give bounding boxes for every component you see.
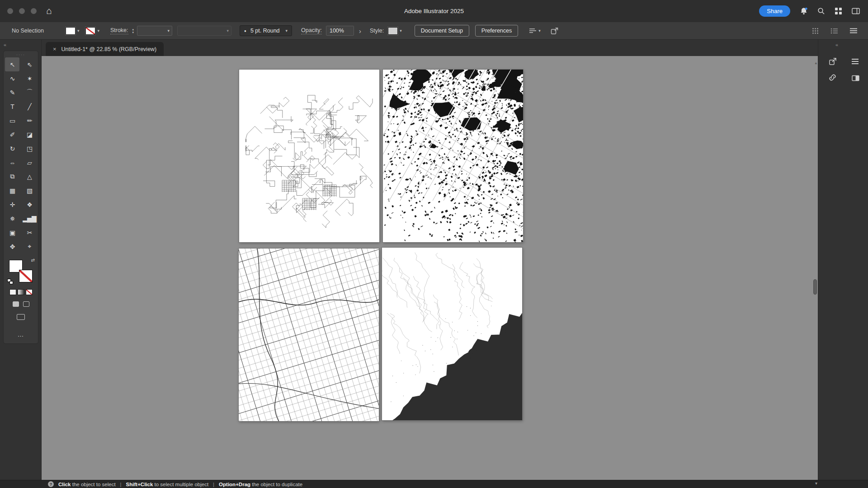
document-tab[interactable]: × Untitled-1* @ 22.85 % (RGB/Preview) <box>46 42 164 56</box>
default-fill-stroke-icon[interactable] <box>7 279 13 284</box>
window-zoom-button[interactable] <box>31 8 37 14</box>
brush-definition-combo[interactable]: ● 5 pt. Round ▾ <box>240 25 292 36</box>
stepper-down-icon[interactable]: ▾ <box>132 31 134 34</box>
stroke-color-swatch[interactable] <box>85 27 95 35</box>
window-controls[interactable] <box>7 8 37 14</box>
canvas[interactable]: ▴ <box>42 56 818 480</box>
opacity-field[interactable]: 100% <box>326 26 354 36</box>
scrollbar-up-icon[interactable]: ▴ <box>815 61 817 65</box>
tool-lasso[interactable]: ⌒ <box>22 85 37 99</box>
status-hints: Click the object to select|Shift+Click t… <box>58 482 311 487</box>
artboard-coastline-rivers-map[interactable] <box>382 248 522 420</box>
tool-shape-builder[interactable]: ⧉ <box>5 169 19 183</box>
tool-artboard[interactable]: ▣ <box>5 225 19 239</box>
artboard-building-footprint-map[interactable] <box>383 70 523 242</box>
building-footprint-graphic <box>383 70 523 242</box>
preferences-button[interactable]: Preferences <box>475 25 518 37</box>
stroke-weight-label[interactable]: Stroke: <box>110 27 128 34</box>
tool-type[interactable]: T <box>5 99 19 113</box>
tool-rotate[interactable]: ↻ <box>5 141 19 155</box>
tool-zoom[interactable]: ⌖ <box>22 239 37 253</box>
fill-color-swatch[interactable] <box>66 27 75 35</box>
tool-scale[interactable]: ◳ <box>22 141 37 155</box>
panels-layout-icon[interactable] <box>852 8 860 14</box>
tool-rectangle[interactable]: ▭ <box>5 113 19 127</box>
vertical-scrollbar-thumb[interactable] <box>813 279 817 295</box>
combo-chevron-icon[interactable]: ▾ <box>168 28 170 33</box>
tool-line-segment[interactable]: ╱ <box>22 99 37 113</box>
tool-pen[interactable]: ✎ <box>5 85 19 99</box>
artboard-sparse-road-network-map[interactable] <box>239 70 379 242</box>
draw-normal-icon[interactable] <box>13 301 19 307</box>
tool-eyedropper[interactable]: ✛ <box>5 197 19 211</box>
screen-mode-icon[interactable] <box>17 314 25 320</box>
toolbar-collapse-icon[interactable]: « <box>4 42 6 47</box>
app-title: Adobe Illustrator 2025 <box>404 0 464 22</box>
combo-chevron-icon: ▾ <box>227 28 229 33</box>
tool-mesh[interactable]: ▦ <box>5 183 19 197</box>
tool-gradient[interactable]: ▧ <box>22 183 37 197</box>
stroke-dropdown-chevron-icon[interactable]: ▾ <box>97 28 99 33</box>
tool-free-transform[interactable]: ▱ <box>22 155 37 169</box>
search-icon[interactable] <box>817 7 825 15</box>
align-options-control[interactable]: ▾ <box>529 28 541 34</box>
export-panel-icon[interactable] <box>828 57 837 66</box>
coastline-rivers-graphic <box>382 248 522 420</box>
fill-dropdown-chevron-icon[interactable]: ▾ <box>77 28 80 33</box>
style-dropdown-chevron-icon[interactable]: ▾ <box>400 28 402 33</box>
artboard-street-grid-map[interactable] <box>239 249 379 421</box>
color-mode-button[interactable] <box>9 289 16 295</box>
tool-hand[interactable]: ✥ <box>5 239 19 253</box>
gradient-mode-button[interactable] <box>18 289 24 295</box>
paint-mode-row <box>4 289 38 295</box>
none-mode-button[interactable] <box>26 289 33 295</box>
libraries-link-icon[interactable] <box>828 73 837 82</box>
stroke-weight-combo[interactable]: ▾ <box>137 26 172 36</box>
combo-chevron-icon[interactable]: ▾ <box>286 28 288 33</box>
document-setup-button[interactable]: Document Setup <box>415 25 469 37</box>
panel-collapse-icon[interactable]: « <box>835 42 838 47</box>
tool-slice[interactable]: ✂ <box>22 225 37 239</box>
edit-toolbar-ellipsis-icon[interactable]: … <box>4 331 38 338</box>
draw-behind-icon[interactable] <box>23 301 29 307</box>
stroke-indicator-swatch[interactable] <box>19 270 33 282</box>
tool-curvature[interactable]: ∿ <box>5 71 19 85</box>
toolbar-grip-handle[interactable]: ···· <box>4 53 38 56</box>
home-icon[interactable]: ⌂ <box>46 5 52 17</box>
stroke-weight-stepper[interactable]: ▴ ▾ <box>132 28 134 34</box>
tool-eraser[interactable]: ◪ <box>22 127 37 141</box>
tool-column-graph[interactable]: ▂▅▇ <box>22 211 37 225</box>
workspace-grid-icon[interactable] <box>812 28 819 34</box>
arrange-icon[interactable] <box>551 27 559 35</box>
tool-width[interactable]: ⇔ <box>5 155 19 169</box>
brush-dot-icon: ● <box>244 29 246 33</box>
panel-split-view-icon[interactable] <box>852 75 859 81</box>
tool-magic-wand[interactable]: ✶ <box>22 71 37 85</box>
tool-paintbrush[interactable]: ✏ <box>22 113 37 127</box>
notifications-bell-icon[interactable] <box>800 7 808 15</box>
opacity-label[interactable]: Opacity: <box>301 27 322 34</box>
app-switcher-grid-icon[interactable] <box>835 7 842 15</box>
window-minimize-button[interactable] <box>19 8 25 14</box>
menu-icon[interactable] <box>850 28 857 33</box>
share-button[interactable]: Share <box>759 5 790 17</box>
style-swatch[interactable] <box>388 27 398 35</box>
panel-menu-icon[interactable] <box>852 59 859 64</box>
tab-close-icon[interactable]: × <box>53 46 57 52</box>
tool-perspective-grid[interactable]: △ <box>22 169 37 183</box>
stepper-up-icon[interactable]: ▴ <box>132 28 134 31</box>
panel-options-icon[interactable] <box>830 28 838 34</box>
align-chevron-icon[interactable]: ▾ <box>538 28 541 33</box>
tool-shaper[interactable]: ✐ <box>5 127 19 141</box>
tool-symbol-sprayer[interactable]: ✵ <box>5 211 19 225</box>
tool-selection[interactable]: ↖ <box>5 57 19 71</box>
status-expand-chevron-icon[interactable]: ▾ <box>815 481 817 486</box>
tool-direct-selection[interactable]: ⇖ <box>22 57 37 71</box>
window-close-button[interactable] <box>7 8 13 14</box>
help-icon[interactable]: ? <box>48 481 54 487</box>
swap-fill-stroke-icon[interactable]: ⇄ <box>31 258 35 263</box>
opacity-panel-caret-icon[interactable]: › <box>359 27 361 35</box>
fill-stroke-widget: ⇄ <box>9 260 33 282</box>
variable-width-profile-combo[interactable]: ▾ <box>177 26 231 36</box>
tool-blend[interactable]: ❖ <box>22 197 37 211</box>
